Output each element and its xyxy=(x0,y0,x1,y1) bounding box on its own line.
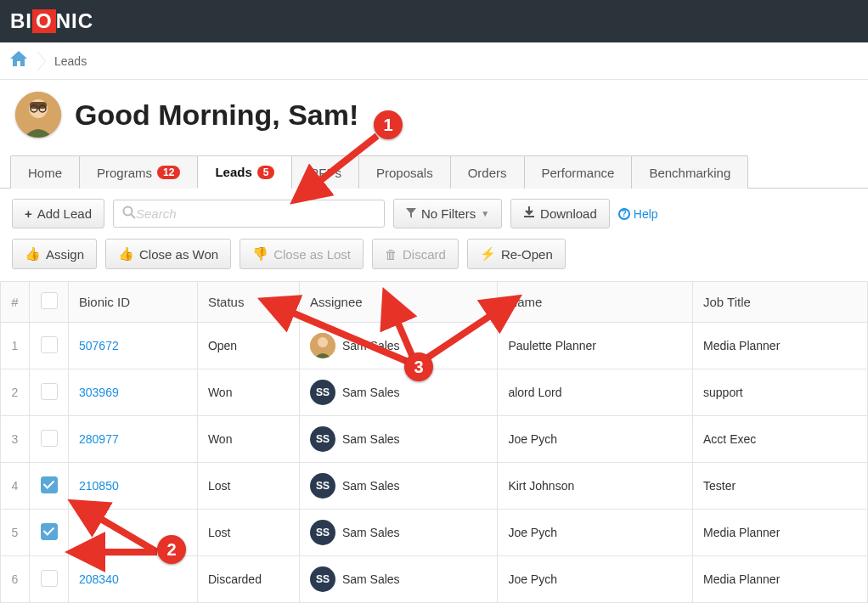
lead-id-link[interactable]: 303969 xyxy=(79,386,119,399)
filters-button[interactable]: No Filters ▼ xyxy=(393,199,502,228)
name-cell: alord Lord xyxy=(498,369,693,416)
help-link[interactable]: ? Help xyxy=(618,207,658,221)
filter-icon xyxy=(406,206,416,221)
table-row[interactable]: 6208340DiscardedSSSam SalesJoe PychMedia… xyxy=(1,556,868,603)
user-avatar xyxy=(15,92,61,138)
assignee-avatar: SS xyxy=(310,473,335,499)
toolbar-actions: 👍 Assign 👍 Close as Won 👎 Close as Lost … xyxy=(0,239,868,281)
row-checkbox[interactable] xyxy=(41,523,58,540)
name-cell: Paulette Planner xyxy=(498,323,693,369)
table-row[interactable]: 3280977WonSSSam SalesJoe PychAcct Exec xyxy=(1,416,868,463)
col-id[interactable]: Bionic ID xyxy=(69,282,198,323)
row-num: 1 xyxy=(1,323,30,369)
status-cell: Won xyxy=(197,416,299,463)
home-icon[interactable] xyxy=(8,49,29,73)
checkbox-all[interactable] xyxy=(41,292,58,309)
row-checkbox[interactable] xyxy=(41,476,58,493)
tab-badge: 12 xyxy=(157,166,180,179)
row-checkbox[interactable] xyxy=(41,570,58,587)
plus-icon: + xyxy=(25,206,32,221)
job-cell: support xyxy=(693,369,868,416)
row-checkbox[interactable] xyxy=(41,336,58,353)
table-row[interactable]: 4210850LostSSSam SalesKirt JohnsonTester xyxy=(1,463,868,510)
table-row[interactable]: 5LostSSSam SalesJoe PychMedia Planner xyxy=(1,510,868,556)
tab-leads[interactable]: Leads5 xyxy=(197,155,292,189)
job-cell: Acct Exec xyxy=(693,416,868,463)
tab-label: Leads xyxy=(215,165,251,179)
row-num: 6 xyxy=(1,556,30,603)
toolbar-primary: + Add Lead No Filters ▼ Download ? Help xyxy=(0,189,868,239)
bolt-icon: ⚡ xyxy=(480,246,496,262)
add-lead-button[interactable]: + Add Lead xyxy=(12,199,104,228)
thumbs-up-icon: 👍 xyxy=(25,246,41,262)
status-cell: Open xyxy=(197,323,299,369)
row-checkbox[interactable] xyxy=(41,383,58,400)
col-job[interactable]: Job Title xyxy=(693,282,868,323)
search-input-wrap[interactable] xyxy=(113,200,385,228)
tab-rfps[interactable]: RFPs xyxy=(291,155,359,189)
assignee-name: Sam Sales xyxy=(342,386,400,399)
assignee-name: Sam Sales xyxy=(342,572,400,586)
search-input[interactable] xyxy=(136,206,375,221)
breadcrumb: Leads xyxy=(0,42,868,80)
search-icon xyxy=(122,206,136,222)
tab-label: Orders xyxy=(468,166,507,180)
col-name[interactable]: Name xyxy=(498,282,693,323)
reopen-button[interactable]: ⚡ Re-Open xyxy=(467,239,566,269)
tab-home[interactable]: Home xyxy=(10,155,80,189)
name-cell: Joe Pych xyxy=(498,416,693,463)
job-cell: Tester xyxy=(693,463,868,510)
download-icon xyxy=(523,206,535,221)
table-row[interactable]: 2303969WonSSSam Salesalord Lordsupport xyxy=(1,369,868,416)
caret-down-icon: ▼ xyxy=(481,209,489,218)
assignee-name: Sam Sales xyxy=(342,339,400,352)
lead-id-link[interactable]: 210850 xyxy=(79,479,119,493)
assign-button[interactable]: 👍 Assign xyxy=(12,239,97,269)
col-check[interactable] xyxy=(30,282,69,323)
lead-id-link[interactable]: 208340 xyxy=(79,572,119,586)
tab-label: Benchmarking xyxy=(649,166,730,180)
tabs: HomePrograms12Leads5RFPsProposalsOrdersP… xyxy=(0,155,868,189)
close-lost-button[interactable]: 👎 Close as Lost xyxy=(240,239,364,269)
col-assignee[interactable]: Assignee xyxy=(299,282,498,323)
breadcrumb-sep-icon xyxy=(37,51,46,71)
row-num: 4 xyxy=(1,463,30,510)
tab-performance[interactable]: Performance xyxy=(524,155,633,189)
greeting-row: Good Morning, Sam! xyxy=(0,80,868,155)
col-status[interactable]: Status xyxy=(197,282,299,323)
status-cell: Lost xyxy=(197,510,299,556)
assignee-avatar: SS xyxy=(310,520,335,545)
name-cell: Kirt Johnson xyxy=(498,463,693,510)
assignee-name: Sam Sales xyxy=(342,479,400,493)
assignee-avatar: SS xyxy=(310,380,335,405)
thumbs-down-icon: 👎 xyxy=(252,246,268,262)
app-logo: BIONIC xyxy=(10,9,93,33)
status-cell: Lost xyxy=(197,463,299,510)
row-num: 5 xyxy=(1,510,30,556)
name-cell: Joe Pych xyxy=(498,510,693,556)
row-checkbox[interactable] xyxy=(41,430,58,447)
discard-button[interactable]: 🗑 Discard xyxy=(372,239,459,269)
breadcrumb-label[interactable]: Leads xyxy=(54,54,87,68)
tab-label: Performance xyxy=(542,166,615,180)
lead-id-link[interactable]: 280977 xyxy=(79,432,119,446)
topbar: BIONIC xyxy=(0,0,868,42)
help-icon: ? xyxy=(618,208,630,220)
lead-id-link[interactable]: 507672 xyxy=(79,339,119,352)
tab-benchmarking[interactable]: Benchmarking xyxy=(631,155,748,189)
tab-badge: 5 xyxy=(257,166,275,179)
tab-label: Programs xyxy=(97,166,152,180)
tab-proposals[interactable]: Proposals xyxy=(358,155,451,189)
tab-label: RFPs xyxy=(309,166,341,180)
status-cell: Won xyxy=(197,369,299,416)
tab-programs[interactable]: Programs12 xyxy=(79,155,198,189)
thumbs-up-icon: 👍 xyxy=(118,246,134,262)
svg-point-5 xyxy=(124,207,132,216)
assignee-avatar: SS xyxy=(310,566,335,592)
greeting-text: Good Morning, Sam! xyxy=(75,99,358,132)
table-row[interactable]: 1507672OpenSam SalesPaulette PlannerMedi… xyxy=(1,323,868,369)
tab-orders[interactable]: Orders xyxy=(450,155,525,189)
download-button[interactable]: Download xyxy=(510,199,610,228)
svg-line-6 xyxy=(132,215,136,219)
close-won-button[interactable]: 👍 Close as Won xyxy=(105,239,231,269)
